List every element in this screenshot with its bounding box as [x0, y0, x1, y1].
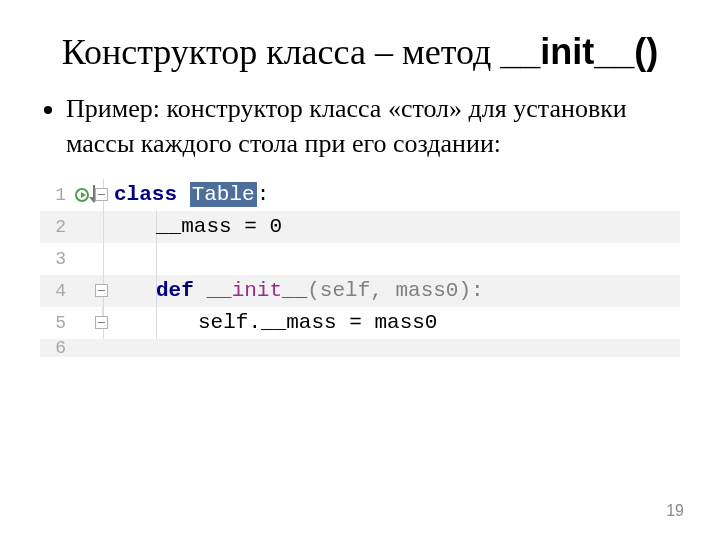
line-number: 2 — [40, 211, 74, 243]
code-line: 1 class Table: — [40, 179, 680, 211]
code-line: 4 def __init__(self, mass0): — [40, 275, 680, 307]
bullet-list: Пример: конструктор класса «стол» для ус… — [40, 92, 680, 161]
code-editor-screenshot: 1 class Table: 2 __mass = 0 3 — [40, 179, 680, 357]
code-line: 5 self.__mass = mass0 — [40, 307, 680, 339]
page-number: 19 — [666, 502, 684, 520]
highlighted-class-name: Table — [190, 182, 257, 207]
title-method-name: __init__() — [500, 31, 658, 72]
title-text: Конструктор класса – метод — [62, 32, 501, 72]
fold-icon — [95, 284, 108, 297]
slide-title: Конструктор класса – метод __init__() — [40, 30, 680, 74]
bullet-prefix: Пример: конструктор класса — [66, 94, 388, 123]
line-number: 3 — [40, 243, 74, 275]
code-content: class Table: — [114, 179, 680, 211]
code-content — [156, 243, 680, 275]
line-number: 5 — [40, 307, 74, 339]
code-content: def __init__(self, mass0): — [156, 275, 680, 307]
line-number: 6 — [40, 339, 74, 357]
bullet-item: Пример: конструктор класса «стол» для ус… — [66, 92, 680, 161]
code-content — [114, 339, 680, 357]
line-number: 1 — [40, 179, 74, 211]
code-content: self.__mass = mass0 — [156, 307, 680, 339]
code-line: 6 — [40, 339, 680, 357]
fold-end-icon — [95, 316, 108, 329]
run-icon — [75, 188, 89, 202]
code-line: 3 — [40, 243, 680, 275]
code-line: 2 __mass = 0 — [40, 211, 680, 243]
code-content: __mass = 0 — [156, 211, 680, 243]
bullet-quoted: «стол» — [388, 94, 462, 123]
line-number: 4 — [40, 275, 74, 307]
fold-icon — [95, 188, 108, 201]
